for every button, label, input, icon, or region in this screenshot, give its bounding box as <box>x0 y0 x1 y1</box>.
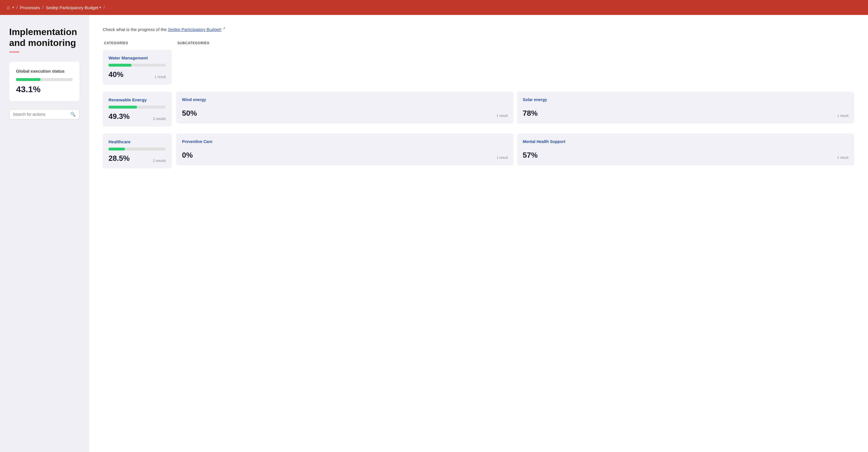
external-link-icon: ↗ <box>223 26 225 30</box>
category-results: 3 results <box>153 117 166 121</box>
subcategory-percent: 50% <box>182 109 197 118</box>
subcategory-card: Mental Health Support 57% 1 result <box>517 133 854 165</box>
subcategory-results: 1 result <box>837 114 848 118</box>
category-results: 1 result <box>155 75 166 79</box>
subcategory-card: Solar energy 78% 1 result <box>517 92 854 123</box>
home-icon[interactable]: ⌂ <box>7 5 10 11</box>
page-title: Implementation and monitoring <box>9 26 80 49</box>
subcategory-name[interactable]: Wind energy <box>182 97 508 102</box>
category-progress-bg <box>108 106 166 109</box>
budget-chevron-icon[interactable]: ▾ <box>99 5 101 9</box>
subcategories-grid: Preventive Care 0% 1 result Mental Healt… <box>176 133 854 165</box>
sidebar: Implementation and monitoring Global exe… <box>0 15 89 452</box>
category-row: Renewable Energy 49.3% 3 results Wind en… <box>103 92 854 127</box>
category-progress-fill <box>108 106 137 109</box>
search-input[interactable] <box>13 112 68 117</box>
subcategory-results: 1 result <box>837 156 848 160</box>
category-name[interactable]: Water Management <box>108 55 166 60</box>
category-card-energy: Renewable Energy 49.3% 3 results <box>103 92 172 127</box>
main-layout: Implementation and monitoring Global exe… <box>0 15 868 452</box>
global-percent-value: 43.1% <box>16 84 73 94</box>
subcategory-results: 1 result <box>497 156 508 160</box>
budget-link[interactable]: Sedep Participatory Budget! <box>168 27 222 32</box>
search-icon: 🔍 <box>70 112 76 117</box>
category-row: Water Management 40% 1 result <box>103 50 854 85</box>
category-percent: 28.5% <box>108 154 130 163</box>
global-progress-bar-bg <box>16 78 73 81</box>
category-name[interactable]: Healthcare <box>108 139 166 144</box>
main-content: Check what is the progress of the Sedep … <box>89 15 868 452</box>
category-percent: 49.3% <box>108 112 130 121</box>
nav-separator-3: / <box>103 5 104 10</box>
subcategory-percent: 0% <box>182 151 193 160</box>
top-navigation: ⌂ ▾ / Processes / Sedep Participatory Bu… <box>0 0 868 15</box>
category-progress-fill <box>108 64 131 67</box>
subcategory-name[interactable]: Preventive Care <box>182 139 508 144</box>
nav-budget-link[interactable]: Sedep Participatory Budget <box>46 5 98 10</box>
subcategory-card: Wind energy 50% 1 result <box>176 92 514 123</box>
intro-text: Check what is the progress of the Sedep … <box>103 26 854 32</box>
home-chevron-icon[interactable]: ▾ <box>12 5 14 9</box>
category-card-health: Healthcare 28.5% 2 results <box>103 133 172 169</box>
subcategory-name[interactable]: Mental Health Support <box>523 139 848 144</box>
categories-container: Water Management 40% 1 result Renewable … <box>103 50 854 169</box>
global-status-label: Global execution status <box>16 69 73 73</box>
search-box[interactable]: 🔍 <box>9 109 80 119</box>
category-row: Healthcare 28.5% 2 results Preventive Ca… <box>103 133 854 169</box>
nav-separator-2: / <box>42 5 43 10</box>
category-progress-bg <box>108 64 166 67</box>
title-underline <box>9 52 20 53</box>
categories-col-header: CATEGORIES <box>104 41 173 45</box>
nav-separator-1: / <box>17 5 18 10</box>
category-percent: 40% <box>108 70 123 79</box>
category-results: 2 results <box>153 159 166 163</box>
category-card-water: Water Management 40% 1 result <box>103 50 172 85</box>
subcategory-results: 1 result <box>497 114 508 118</box>
subcategory-name[interactable]: Solar energy <box>523 97 848 102</box>
subcategories-col-header: SUBCATEGORIES <box>177 41 853 45</box>
subcategory-percent: 57% <box>523 151 538 160</box>
category-progress-fill <box>108 148 125 150</box>
subcategory-card: Preventive Care 0% 1 result <box>176 133 514 165</box>
nav-processes-link[interactable]: Processes <box>20 5 40 10</box>
global-status-card: Global execution status 43.1% <box>9 62 80 101</box>
subcategory-percent: 78% <box>523 109 538 118</box>
columns-header: CATEGORIES SUBCATEGORIES <box>103 41 854 45</box>
global-progress-bar-fill <box>16 78 40 81</box>
category-progress-bg <box>108 148 166 150</box>
subcategories-grid: Wind energy 50% 1 result Solar energy 78… <box>176 92 854 123</box>
category-name[interactable]: Renewable Energy <box>108 97 166 102</box>
